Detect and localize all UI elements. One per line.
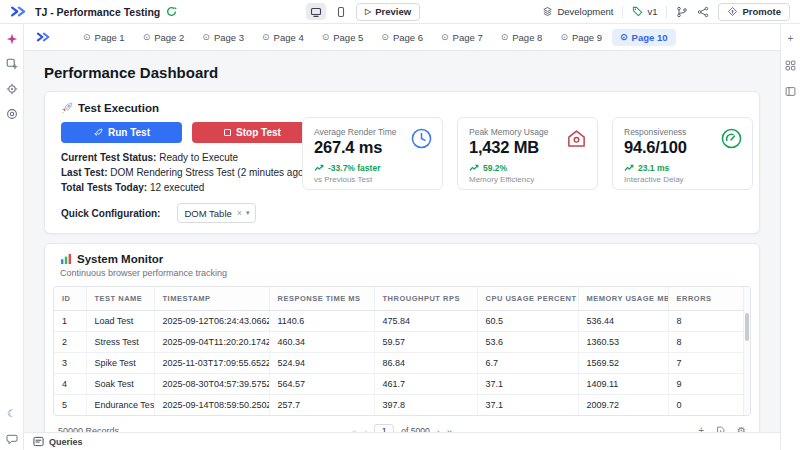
mobile-view-button[interactable] bbox=[331, 3, 351, 20]
prev-page-button[interactable]: ‹ bbox=[364, 426, 367, 433]
pagination: « ‹ of 5000 › » bbox=[352, 424, 452, 433]
branch-button[interactable] bbox=[676, 6, 688, 18]
page-icon: ⊙ bbox=[202, 32, 210, 42]
app-title: TJ - Performance Testing bbox=[35, 6, 160, 18]
share-button[interactable] bbox=[697, 6, 709, 18]
column-header-response-time[interactable]: RESPONSE TIME MS bbox=[269, 287, 374, 310]
tab-page-2[interactable]: ⊙Page 2 bbox=[135, 29, 193, 46]
top-bar: TJ - Performance Testing ▷ Preview Devel… bbox=[0, 0, 800, 24]
column-header-throughput[interactable]: THROUGHPUT RPS bbox=[374, 287, 477, 310]
column-header-timestamp[interactable]: TIMESTAMP bbox=[154, 287, 269, 310]
device-preview-group: ▷ Preview bbox=[306, 3, 420, 21]
table-footer: 50000 Records « ‹ of 5000 › » + bbox=[53, 423, 751, 432]
table-row[interactable]: 4Soak Test2025-08-30T04:57:39.575Z564.57… bbox=[54, 373, 750, 394]
ai-assistant-icon[interactable] bbox=[6, 33, 18, 45]
tab-page-1[interactable]: ⊙Page 1 bbox=[75, 29, 133, 46]
stat-card-memory: Peak Memory Usage 1,432 MB 59.2% Memory … bbox=[457, 117, 598, 190]
git-branch-icon bbox=[676, 6, 688, 18]
topbar-right-group: Development v1 Promote bbox=[542, 3, 790, 21]
next-page-button[interactable]: › bbox=[437, 426, 440, 433]
table-settings-icon[interactable]: ⚙ bbox=[737, 426, 746, 432]
desktop-view-button[interactable] bbox=[306, 3, 326, 20]
tab-page-7[interactable]: ⊙Page 7 bbox=[433, 29, 491, 46]
stat-cards: Average Render Time 267.4 ms -33.7% fast… bbox=[302, 117, 753, 190]
tab-page-8[interactable]: ⊙Page 8 bbox=[493, 29, 551, 46]
dark-mode-icon[interactable]: ☾ bbox=[6, 408, 18, 420]
environment-icon bbox=[542, 6, 553, 17]
table-toolbar: + ⚙ bbox=[698, 426, 746, 433]
promote-icon bbox=[727, 6, 738, 17]
app-logo-icon bbox=[36, 32, 51, 42]
page-number-input[interactable] bbox=[374, 424, 394, 433]
table-row[interactable]: 5Endurance Test2025-09-14T08:59:50.250Z2… bbox=[54, 394, 750, 415]
docs-panel-icon[interactable] bbox=[785, 85, 797, 97]
add-component-icon[interactable]: + bbox=[785, 33, 797, 45]
gauge-icon bbox=[721, 128, 742, 149]
tab-page-9[interactable]: ⊙Page 9 bbox=[552, 29, 610, 46]
run-test-button[interactable]: Run Test bbox=[61, 122, 182, 143]
inspect-icon[interactable] bbox=[6, 83, 18, 95]
tab-page-4[interactable]: ⊙Page 4 bbox=[254, 29, 312, 46]
retool-logo-icon bbox=[10, 6, 27, 17]
clear-icon[interactable]: × bbox=[237, 208, 242, 218]
scrollbar-thumb[interactable] bbox=[745, 313, 749, 341]
page-icon: ⊙ bbox=[143, 32, 151, 42]
preview-button[interactable]: ▷ Preview bbox=[356, 3, 420, 21]
share-icon bbox=[697, 6, 709, 18]
queries-label: Queries bbox=[49, 437, 83, 447]
settings-target-icon[interactable] bbox=[6, 108, 18, 120]
quick-config-select[interactable]: DOM Table × ▾ bbox=[177, 203, 256, 223]
promote-button[interactable]: Promote bbox=[718, 3, 790, 21]
download-icon[interactable] bbox=[715, 426, 726, 433]
trend-up-icon bbox=[469, 164, 479, 172]
record-count: 50000 Records bbox=[58, 426, 119, 432]
tab-page-5[interactable]: ⊙Page 5 bbox=[314, 29, 372, 46]
stop-icon bbox=[224, 129, 231, 136]
test-execution-card: Test Execution Run Test Stop Test Curren… bbox=[44, 91, 760, 234]
tab-page-6[interactable]: ⊙Page 6 bbox=[373, 29, 431, 46]
page-icon: ⊙ bbox=[560, 32, 568, 42]
insert-component-icon[interactable] bbox=[6, 58, 18, 70]
table-scrollbar bbox=[743, 287, 750, 415]
page-of-label: of 5000 bbox=[401, 426, 429, 432]
tag-icon bbox=[632, 6, 643, 17]
system-monitor-card: System Monitor Continuous browser perfor… bbox=[44, 243, 760, 432]
last-page-button[interactable]: » bbox=[447, 426, 452, 433]
page-icon: ⊙ bbox=[620, 32, 628, 42]
stop-test-button[interactable]: Stop Test bbox=[192, 122, 313, 143]
version-tag[interactable]: v1 bbox=[632, 6, 657, 17]
tab-page-3[interactable]: ⊙Page 3 bbox=[194, 29, 252, 46]
right-toolbar: + bbox=[780, 24, 800, 450]
page-icon: ⊙ bbox=[441, 32, 449, 42]
add-row-icon[interactable]: + bbox=[698, 426, 704, 432]
column-header-id[interactable]: ID bbox=[54, 287, 86, 310]
column-header-test-name[interactable]: TEST NAME bbox=[86, 287, 154, 310]
environment-selector[interactable]: Development bbox=[542, 6, 613, 17]
quick-config-value: DOM Table bbox=[184, 208, 231, 219]
run-rocket-icon bbox=[93, 128, 103, 138]
component-tree-icon[interactable] bbox=[785, 59, 797, 71]
first-page-button[interactable]: « bbox=[352, 426, 357, 433]
tab-page-10[interactable]: ⊙Page 10 bbox=[612, 29, 675, 46]
column-header-memory[interactable]: MEMORY USAGE MB bbox=[578, 287, 668, 310]
test-execution-title: Test Execution bbox=[61, 102, 743, 114]
table-row[interactable]: 2Stress Test2025-09-04T11:20:20.174Z460.… bbox=[54, 331, 750, 352]
page-icon: ⊙ bbox=[381, 32, 389, 42]
bottom-panel-bar[interactable]: Queries bbox=[24, 432, 780, 450]
stat-card-responsiveness: Responsiveness 94.6/100 23.1 ms Interact… bbox=[612, 117, 753, 190]
page-tabs-bar: ⊙Page 1 ⊙Page 2 ⊙Page 3 ⊙Page 4 ⊙Page 5 … bbox=[24, 24, 780, 51]
chat-icon[interactable] bbox=[6, 433, 18, 445]
chevron-down-icon[interactable]: ▾ bbox=[246, 209, 250, 217]
canvas: Performance Dashboard Test Execution Run… bbox=[24, 51, 780, 432]
system-monitor-title: System Monitor bbox=[60, 253, 751, 265]
rocket-icon bbox=[61, 102, 73, 114]
column-header-cpu[interactable]: CPU USAGE PERCENT bbox=[477, 287, 578, 310]
table-row[interactable]: 1Load Test2025-09-12T06:24:43.066Z1140.6… bbox=[54, 310, 750, 331]
column-header-errors[interactable]: ERRORS bbox=[668, 287, 750, 310]
trend-up-icon bbox=[624, 164, 634, 172]
quick-config-label: Quick Configuration: bbox=[61, 208, 160, 219]
bar-chart-icon bbox=[60, 253, 72, 265]
table-row[interactable]: 3Spike Test2025-11-03T17:09:55.652Z524.9… bbox=[54, 352, 750, 373]
trend-up-icon bbox=[314, 164, 324, 172]
page-title: Performance Dashboard bbox=[44, 64, 760, 81]
